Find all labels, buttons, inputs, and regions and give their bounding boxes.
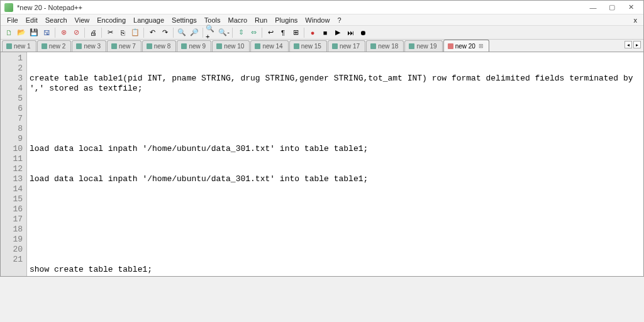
macro-play-icon[interactable]: ▶ <box>332 27 343 38</box>
file-icon <box>181 43 187 49</box>
line-number: 7 <box>2 114 23 124</box>
undo-icon[interactable]: ↶ <box>147 27 158 38</box>
tab-new-20[interactable]: new 20⊠ <box>443 40 489 52</box>
menu-macro[interactable]: Macro <box>224 15 251 25</box>
window-title: *new 20 - Notepad++ <box>17 4 583 11</box>
copy-icon[interactable]: ⎘ <box>117 27 128 38</box>
macro-stop-icon[interactable]: ■ <box>319 27 331 38</box>
menu-help[interactable]: ? <box>333 15 345 25</box>
line-number: 15 <box>2 194 23 204</box>
file-icon <box>6 43 12 49</box>
new-file-icon[interactable]: 🗋 <box>3 27 14 38</box>
tab-label: new 19 <box>416 43 436 50</box>
file-icon <box>255 43 260 49</box>
save-all-icon[interactable]: 🖫 <box>41 27 52 38</box>
menu-window[interactable]: Window <box>301 15 333 25</box>
tab-new-17[interactable]: new 17 <box>328 40 365 52</box>
tab-new-19[interactable]: new 19 <box>404 40 442 52</box>
file-icon <box>294 43 299 49</box>
line-number: 8 <box>2 124 23 134</box>
menu-file[interactable]: File <box>3 15 22 25</box>
line-number: 6 <box>2 104 23 114</box>
menu-plugins[interactable]: Plugins <box>271 15 301 25</box>
menu-edit[interactable]: Edit <box>22 15 42 25</box>
line-number: 21 <box>2 255 23 265</box>
redo-icon[interactable]: ↷ <box>159 27 170 38</box>
sync-v-icon[interactable]: ⇕ <box>235 27 247 38</box>
tab-close-icon[interactable]: ⊠ <box>479 43 484 49</box>
tab-label: new 17 <box>340 43 360 50</box>
tab-label: new 2 <box>49 43 66 50</box>
code-line: load data local inpath '/home/ubuntu/dat… <box>30 174 641 184</box>
menubar: File Edit Search View Encoding Language … <box>1 14 643 26</box>
tab-label: new 1 <box>14 43 31 50</box>
maximize-button[interactable]: ▢ <box>603 2 621 13</box>
code-line: load data local inpath '/home/ubuntu/dat… <box>30 144 641 154</box>
code-line <box>30 114 641 124</box>
code-line: create table table1(pid INT, pname STRIN… <box>30 74 641 94</box>
show-all-chars-icon[interactable]: ¶ <box>277 27 289 38</box>
find-icon[interactable]: 🔍 <box>176 27 187 38</box>
menu-language[interactable]: Language <box>130 15 168 25</box>
print-icon[interactable]: 🖨 <box>87 27 99 38</box>
open-file-icon[interactable]: 📂 <box>16 27 27 38</box>
minimize-button[interactable]: — <box>584 2 602 13</box>
tab-scroll-left-icon[interactable]: ◂ <box>625 41 632 48</box>
line-number: 9 <box>2 134 23 144</box>
save-icon[interactable]: 💾 <box>28 27 40 38</box>
file-icon <box>76 43 82 49</box>
tab-new-8[interactable]: new 8 <box>142 40 177 52</box>
close-button[interactable]: ✕ <box>622 2 640 13</box>
close-all-icon[interactable]: ⊘ <box>70 27 82 38</box>
tab-bar: new 1 new 2 new 3 new 7 new 8 new 9 new … <box>1 40 643 52</box>
tab-new-3[interactable]: new 3 <box>72 40 106 52</box>
menu-encoding[interactable]: Encoding <box>93 15 130 25</box>
menu-run[interactable]: Run <box>251 15 271 25</box>
titlebar: *new 20 - Notepad++ — ▢ ✕ <box>1 1 643 14</box>
menu-settings[interactable]: Settings <box>168 15 201 25</box>
replace-icon[interactable]: 🔎 <box>189 27 200 38</box>
code-editor[interactable]: create table table1(pid INT, pname STRIN… <box>27 52 643 276</box>
tab-new-10[interactable]: new 10 <box>212 40 250 52</box>
tab-new-9[interactable]: new 9 <box>177 40 211 52</box>
cut-icon[interactable]: ✂ <box>104 27 116 38</box>
zoom-out-icon[interactable]: 🔍- <box>218 27 230 38</box>
app-icon <box>4 3 13 12</box>
line-number: 17 <box>2 214 23 225</box>
close-file-icon[interactable]: ⊗ <box>58 27 69 38</box>
code-line <box>30 204 641 214</box>
line-number: 18 <box>2 225 23 235</box>
tab-new-7[interactable]: new 7 <box>107 40 142 52</box>
tab-label: new 8 <box>154 43 171 50</box>
menu-tools[interactable]: Tools <box>201 15 225 25</box>
code-line <box>30 235 641 245</box>
tab-new-2[interactable]: new 2 <box>37 40 72 52</box>
tab-new-1[interactable]: new 1 <box>2 40 36 52</box>
file-icon <box>147 43 152 49</box>
sync-h-icon[interactable]: ⇔ <box>248 27 259 38</box>
tab-label: new 20 <box>455 43 475 50</box>
macro-multi-icon[interactable]: ⏭ <box>345 27 356 38</box>
macro-record-icon[interactable]: ● <box>307 27 318 38</box>
line-number: 14 <box>2 184 23 194</box>
menu-view[interactable]: View <box>71 15 94 25</box>
app-window: *new 20 - Notepad++ — ▢ ✕ File Edit Sear… <box>0 0 644 277</box>
file-icon <box>448 43 453 49</box>
line-number: 2 <box>2 64 23 74</box>
tab-label: new 14 <box>262 43 282 50</box>
line-number: 3 <box>2 74 23 84</box>
tab-new-15[interactable]: new 15 <box>289 40 327 52</box>
tab-new-18[interactable]: new 18 <box>366 40 404 52</box>
code-line: show create table table1; <box>30 265 641 275</box>
wordwrap-icon[interactable]: ↩ <box>265 27 276 38</box>
indent-guide-icon[interactable]: ⊞ <box>290 27 301 38</box>
line-number: 12 <box>2 164 23 174</box>
tab-new-14[interactable]: new 14 <box>250 40 288 52</box>
tab-label: new 18 <box>378 43 398 50</box>
menu-search[interactable]: Search <box>42 15 71 25</box>
menu-close-x[interactable]: x <box>630 15 641 25</box>
paste-icon[interactable]: 📋 <box>130 27 141 38</box>
macro-save-icon[interactable]: ⏺ <box>357 27 369 38</box>
zoom-in-icon[interactable]: 🔍+ <box>206 27 217 38</box>
tab-scroll-right-icon[interactable]: ▸ <box>633 41 641 48</box>
